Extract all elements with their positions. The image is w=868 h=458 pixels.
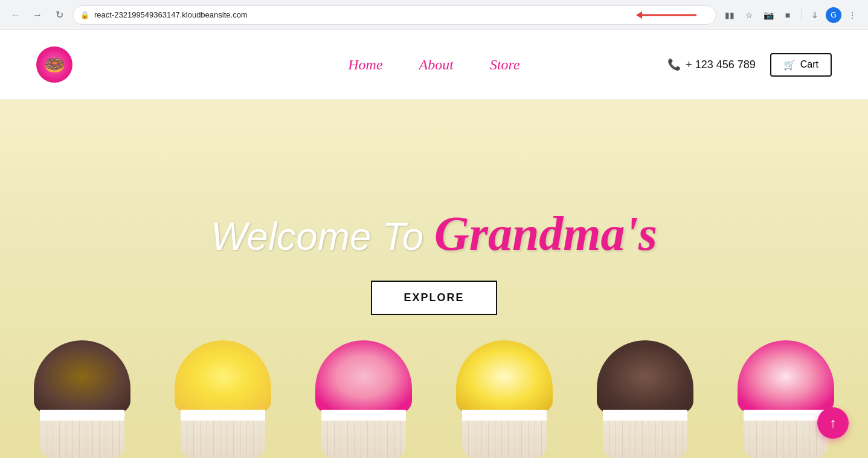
cupcake-6 (728, 325, 843, 458)
cupcake-4-top (456, 340, 553, 413)
site-nav-links: Home About Store (348, 57, 519, 73)
cart-icon: 🛒 (783, 59, 796, 71)
svg-marker-1 (636, 11, 642, 19)
cast-button[interactable]: ▮▮ (721, 7, 738, 24)
site-logo[interactable]: 🍩 (36, 46, 72, 83)
nav-link-store[interactable]: Store (490, 57, 520, 73)
profile-avatar[interactable]: G (826, 7, 841, 23)
cupcake-4-wrapper (462, 410, 547, 458)
cupcake-3 (306, 325, 421, 458)
browser-chrome: ← → ↻ 🔒 react-232199549363147.kloudbeans… (0, 0, 868, 30)
scroll-top-icon: ↑ (830, 415, 837, 431)
cupcake-3-top (315, 340, 412, 413)
scroll-top-button[interactable]: ↑ (817, 407, 849, 439)
brand-name: Grandma's (434, 207, 657, 260)
url-text: react-232199549363147.kloudbeansite.com (94, 10, 626, 19)
cupcake-2-wrapper (181, 410, 265, 458)
explore-button[interactable]: EXPLORE (371, 281, 497, 315)
phone-number: 📞 + 123 456 789 (667, 58, 756, 71)
cupcake-1-top (34, 340, 130, 413)
download-button[interactable]: ⇓ (806, 7, 823, 24)
nav-link-home[interactable]: Home (348, 57, 382, 73)
cupcake-6-top (738, 340, 834, 413)
hero-section: Welcome To Grandma's EXPLORE (0, 100, 868, 458)
reload-button[interactable]: ↻ (51, 7, 68, 24)
cupcake-4 (447, 325, 562, 458)
phone-icon: 📞 (667, 58, 681, 71)
cupcakes-row (0, 325, 868, 458)
divider (801, 9, 802, 21)
welcome-text: Welcome To (211, 215, 423, 258)
extensions-button[interactable]: ■ (779, 7, 796, 24)
cupcake-5 (588, 325, 702, 458)
logo-icon: 🍩 (44, 55, 65, 75)
cupcake-1-wrapper (40, 410, 124, 458)
site-navbar: 🍩 Home About Store 📞 + 123 456 789 🛒 Car… (0, 30, 868, 100)
forward-button[interactable]: → (29, 7, 46, 24)
browser-toolbar-right: ▮▮ ☆ 📷 ■ ⇓ G ⋮ (721, 7, 861, 24)
secure-icon: 🔒 (80, 11, 89, 19)
cart-button[interactable]: 🛒 Cart (770, 53, 832, 77)
red-arrow-indicator (636, 8, 709, 22)
cupcake-3-wrapper (321, 410, 406, 458)
cupcake-5-wrapper (603, 410, 687, 458)
nav-link-about[interactable]: About (419, 57, 454, 73)
cupcake-2 (166, 325, 280, 458)
cupcake-2-top (175, 340, 271, 413)
site-nav-right: 📞 + 123 456 789 🛒 Cart (667, 53, 832, 77)
hero-content: Welcome To Grandma's EXPLORE (211, 206, 657, 315)
screen-capture-button[interactable]: 📷 (760, 7, 777, 24)
cupcake-6-wrapper (744, 410, 828, 458)
cupcake-1 (25, 325, 140, 458)
address-bar[interactable]: 🔒 react-232199549363147.kloudbeansite.co… (72, 5, 716, 25)
cupcake-5-top (597, 340, 693, 413)
hero-title: Welcome To Grandma's (211, 206, 657, 261)
star-button[interactable]: ☆ (741, 7, 757, 24)
menu-button[interactable]: ⋮ (844, 7, 861, 24)
back-button[interactable]: ← (7, 7, 24, 24)
